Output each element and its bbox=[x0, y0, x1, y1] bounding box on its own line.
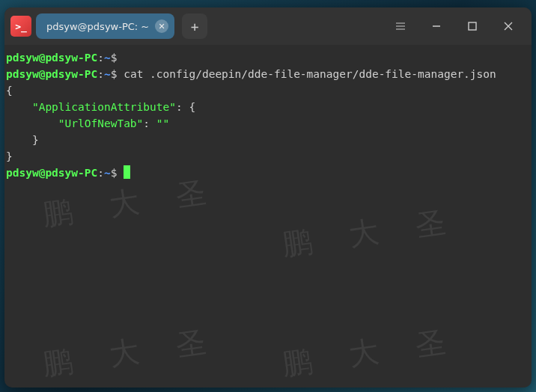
window-controls bbox=[383, 7, 526, 45]
tab-title: pdsyw@pdsyw-PC: ~ bbox=[46, 21, 149, 32]
maximize-icon bbox=[467, 21, 478, 31]
watermark: 鹏 大 圣 bbox=[42, 182, 222, 223]
prompt-line-2: pdsyw@pdsyw-PC:~$ cat .config/deepin/dde… bbox=[6, 66, 530, 82]
close-icon bbox=[503, 21, 514, 31]
output-line: } bbox=[6, 148, 530, 165]
prompt-host: pdsyw-PC bbox=[45, 52, 97, 64]
prompt-user: pdsyw bbox=[6, 52, 39, 64]
tab-close-icon[interactable]: ✕ bbox=[155, 19, 168, 33]
watermark: 鹏 大 圣 bbox=[281, 331, 462, 373]
svg-rect-0 bbox=[469, 22, 476, 30]
output-line: "UrlOfNewTab": "" bbox=[6, 115, 530, 132]
hamburger-icon bbox=[395, 21, 406, 31]
menu-button[interactable] bbox=[383, 7, 418, 45]
new-tab-button[interactable]: + bbox=[182, 13, 207, 39]
output-line: "ApplicationAttribute": { bbox=[6, 99, 530, 115]
maximize-button[interactable] bbox=[455, 7, 490, 45]
output-line: } bbox=[6, 132, 530, 148]
output-line: { bbox=[6, 82, 530, 99]
close-button[interactable] bbox=[491, 7, 526, 45]
prompt-line-3: pdsyw@pdsyw-PC:~$ bbox=[6, 165, 530, 181]
watermark: 鹏 大 圣 bbox=[281, 212, 462, 253]
watermark: 鹏 大 圣 bbox=[42, 331, 222, 373]
terminal-app-icon: >_ bbox=[10, 16, 31, 37]
terminal-body[interactable]: 鹏 大 圣 鹏 大 圣 鹏 大 圣 鹏 大 圣 pdsyw@pdsyw-PC:~… bbox=[4, 45, 532, 388]
tab-current[interactable]: pdsyw@pdsyw-PC: ~ ✕ bbox=[36, 13, 174, 39]
prompt-path: ~ bbox=[104, 52, 111, 64]
prompt-line-1: pdsyw@pdsyw-PC:~$ bbox=[6, 49, 530, 66]
minimize-icon bbox=[431, 21, 442, 31]
terminal-window: >_ pdsyw@pdsyw-PC: ~ ✕ + 鹏 大 圣 鹏 大 圣 鹏 大… bbox=[4, 7, 532, 388]
minimize-button[interactable] bbox=[419, 7, 454, 45]
cursor bbox=[124, 165, 130, 179]
command-cat: cat .config/deepin/dde-file-manager/dde-… bbox=[117, 68, 496, 80]
titlebar: >_ pdsyw@pdsyw-PC: ~ ✕ + bbox=[4, 7, 532, 45]
